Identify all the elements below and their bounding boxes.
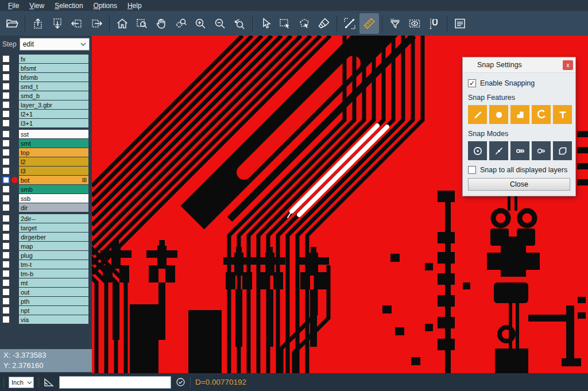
layer-visibility-checkbox[interactable] [2,224,10,231]
refresh-check-icon[interactable] [176,377,185,387]
tool-select-cursor[interactable] [256,13,275,34]
snap-feature-surface-button[interactable] [510,105,529,124]
tool-measure-point-to-point[interactable] [340,13,359,34]
layer-visibility-checkbox[interactable] [2,119,10,127]
snap-mode-pad-entry-button[interactable] [510,141,529,160]
tool-send-left[interactable] [67,13,87,34]
layer-visibility-checkbox[interactable] [2,101,10,109]
layer-name-cell[interactable]: smt [19,139,88,148]
snap-mode-vertex-button[interactable] [553,141,572,160]
layer-name-cell[interactable]: map [19,242,88,250]
layer-visibility-checkbox[interactable] [2,140,10,147]
layer-visibility-checkbox[interactable] [2,297,10,305]
layer-visibility-checkbox[interactable] [2,64,10,72]
layer-name-cell[interactable]: bfsmb [19,73,88,82]
enable-snapping-checkbox[interactable]: ✓ [468,79,476,87]
layer-name-cell[interactable]: smb [19,185,88,193]
tool-measure-ruler[interactable] [359,13,379,34]
layer-name-cell[interactable]: tm-b [19,269,88,278]
layer-name-cell[interactable]: fx [19,55,88,63]
tool-send-right[interactable] [87,13,106,34]
tool-open-folder[interactable] [2,13,22,34]
menu-selection[interactable]: Selection [49,2,88,10]
dialog-title-bar[interactable]: Snap Settings x [463,57,575,73]
layer-name-cell[interactable]: bfsmt [19,64,88,72]
menu-view[interactable]: View [24,2,49,10]
tool-clean-brush[interactable] [314,13,334,34]
layer-name-cell[interactable]: dir [19,203,88,212]
menu-file[interactable]: File [3,2,24,10]
snap-mode-center-button[interactable] [468,141,487,160]
tool-snap-magnet[interactable] [424,13,444,34]
snap-feature-pad-button[interactable] [489,105,508,124]
layer-visibility-checkbox[interactable] [2,110,10,118]
tool-pan-hand[interactable] [152,13,171,34]
layer-visibility-checkbox[interactable] [2,242,10,250]
layer-visibility-checkbox[interactable] [2,204,10,211]
layer-visibility-checkbox[interactable] [2,215,10,222]
pcb-canvas[interactable]: Snap Settings x ✓ Enable Snapping Snap F… [92,36,588,373]
angle-measure-icon[interactable] [44,378,55,387]
tool-send-down[interactable] [48,13,67,34]
layer-name-cell[interactable]: via [19,315,88,324]
layer-name-cell[interactable]: sst [19,130,88,138]
close-button[interactable]: Close [468,178,570,191]
layer-name-cell[interactable]: dirgerber [19,233,88,241]
layer-visibility-checkbox[interactable] [2,83,10,90]
layer-visibility-checkbox[interactable] [2,288,10,296]
menu-help[interactable]: Help [122,2,147,10]
layer-name-cell[interactable]: smd_b [19,91,88,100]
tool-select-rectangle[interactable] [275,13,295,34]
snap-feature-text-button[interactable] [553,105,572,124]
layer-name-cell[interactable]: target [19,223,88,232]
layer-visibility-checkbox[interactable] [2,279,10,287]
layer-name-cell[interactable]: l2+1 [19,110,88,118]
layer-visibility-checkbox[interactable] [2,233,10,241]
layer-name-cell[interactable]: mt [19,278,88,287]
layer-visibility-checkbox[interactable] [2,251,10,259]
tool-send-up[interactable] [28,13,48,34]
dialog-close-icon[interactable]: x [563,60,573,70]
layer-name-cell[interactable]: npt [19,306,88,315]
layer-name-cell[interactable]: bot⊞ [19,176,88,184]
tool-view-area[interactable] [405,13,424,34]
layer-visibility-checkbox[interactable] [2,158,10,165]
menu-options[interactable]: Options [88,2,122,10]
layer-name-cell[interactable]: tm-t [19,260,88,269]
layer-visibility-checkbox[interactable] [2,270,10,277]
layer-name-cell[interactable]: l2 [19,157,88,166]
tool-select-polygon[interactable] [295,13,314,34]
layer-name-cell[interactable]: ssb [19,194,88,203]
layer-visibility-checkbox[interactable] [2,149,10,156]
layer-name-cell[interactable]: 2dir-- [19,214,88,223]
layer-visibility-checkbox[interactable] [2,130,10,138]
tool-zoom-window[interactable] [132,13,152,34]
layer-visibility-checkbox[interactable] [2,73,10,81]
tool-zoom-object[interactable] [171,13,191,34]
unit-combobox[interactable]: Inch [9,377,34,388]
layer-name-cell[interactable]: l3 [19,167,88,175]
step-combobox[interactable]: edit [20,38,90,51]
measure-value-input[interactable] [59,376,171,389]
layer-visibility-checkbox[interactable] [2,55,10,63]
layer-visibility-checkbox[interactable] [2,92,10,99]
layer-name-cell[interactable]: smd_t [19,82,88,91]
layer-name-cell[interactable]: layer_3.gbr [19,100,88,109]
tool-zoom-previous[interactable] [230,13,249,34]
layer-name-cell[interactable]: l3+1 [19,119,88,127]
layer-visibility-checkbox[interactable] [2,316,10,323]
tool-layers-panel[interactable] [450,13,470,34]
layer-visibility-checkbox[interactable] [2,261,10,268]
snap-mode-midpoint-button[interactable] [489,141,508,160]
layer-name-cell[interactable]: top [19,148,88,157]
snap-feature-line-button[interactable] [468,105,487,124]
layer-visibility-checkbox[interactable] [2,195,10,202]
tool-home-view[interactable] [113,13,132,34]
snap-mode-pad-exit-button[interactable] [532,141,551,160]
tool-zoom-in[interactable] [191,13,210,34]
layer-visibility-checkbox[interactable] [2,185,10,193]
layer-visibility-checkbox[interactable] [2,167,10,175]
layer-visibility-checkbox[interactable] [2,307,10,314]
all-layers-checkbox[interactable] [468,166,476,174]
tool-filter[interactable] [385,13,405,34]
